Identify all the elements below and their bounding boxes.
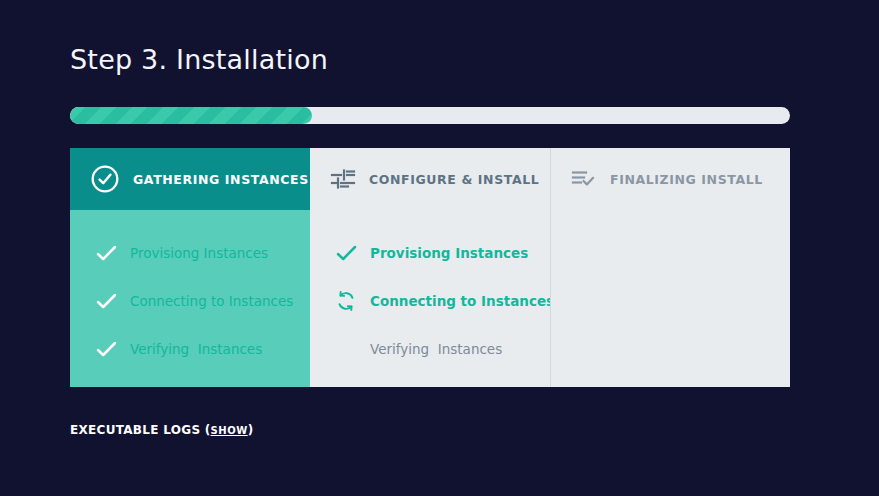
step-header-label: GATHERING INSTANCES [133,172,309,187]
task-label: Connecting to Instances [130,293,293,309]
step-column-finalizing-install: FINALIZING INSTALL [550,148,790,387]
step-column-configure-install: CONFIGURE & INSTALL Provisiong Instances [310,148,550,387]
logs-label-close: ) [248,423,254,437]
step-header-gathering-instances: GATHERING INSTANCES [70,148,310,210]
step-body-configure-install: Provisiong Instances Connecting to Insta… [310,210,550,387]
check-circle-icon [90,164,120,194]
page-title: Step 3. Installation [70,44,328,75]
task-row: Verifying Instances [310,325,550,373]
check-icon [95,341,117,357]
progress-fill [70,107,312,124]
show-logs-link[interactable]: SHOW [211,425,248,436]
task-label: Provisiong Instances [130,245,268,261]
check-icon [95,293,117,309]
list-check-icon [571,168,597,190]
task-row: Verifying Instances [70,325,310,373]
task-row: Connecting to Instances [310,277,550,325]
task-row: Connecting to Instances [70,277,310,325]
executable-logs: EXECUTABLE LOGS (SHOW) [70,423,254,437]
task-label: Verifying Instances [130,341,262,357]
check-icon [335,245,357,261]
step-header-finalizing-install: FINALIZING INSTALL [551,148,790,210]
progress-bar [70,107,790,124]
task-row: Provisiong Instances [310,229,550,277]
step-header-configure-install: CONFIGURE & INSTALL [310,148,550,210]
steps-panel: GATHERING INSTANCES Provisiong Instances… [70,148,790,387]
step-body-gathering-instances: Provisiong Instances Connecting to Insta… [70,210,310,387]
task-label: Connecting to Instances [370,293,554,309]
check-icon [95,245,117,261]
sliders-icon [330,168,356,190]
step-body-finalizing-install [551,210,790,387]
step-header-label: CONFIGURE & INSTALL [369,172,539,187]
step-header-label: FINALIZING INSTALL [610,172,763,187]
logs-label: EXECUTABLE LOGS ( [70,423,211,437]
sync-icon [335,291,357,311]
task-label: Provisiong Instances [370,245,528,261]
task-row: Provisiong Instances [70,229,310,277]
step-column-gathering-instances: GATHERING INSTANCES Provisiong Instances… [70,148,310,387]
task-label: Verifying Instances [370,341,502,357]
